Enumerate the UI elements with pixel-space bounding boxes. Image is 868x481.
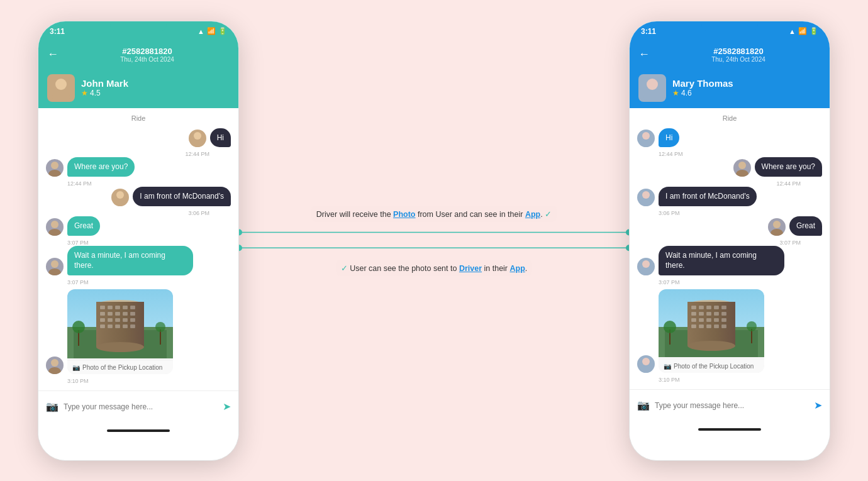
- svg-rect-24: [130, 306, 135, 309]
- wifi-icon: ▲: [198, 28, 204, 35]
- svg-point-8: [51, 221, 58, 228]
- left-send-button[interactable]: ➤: [223, 401, 231, 412]
- right-header-center: #2582881820 Thu, 24th Oct 2024: [656, 47, 821, 63]
- left-driver-avatar-wait: [46, 258, 64, 275]
- left-camera-icon[interactable]: 📷: [46, 401, 58, 412]
- svg-point-54: [738, 162, 746, 169]
- svg-rect-82: [706, 318, 711, 322]
- left-driver-avatar-photo: [46, 357, 64, 374]
- msg-time-photo-right: 3:10 PM: [659, 377, 822, 383]
- svg-rect-39: [130, 324, 135, 328]
- right-battery-icon: 🔋: [810, 27, 818, 35]
- svg-rect-20: [100, 306, 105, 309]
- table-row: Hi: [637, 128, 822, 148]
- svg-rect-87: [706, 324, 711, 328]
- right-user-avatar-great: [768, 218, 786, 236]
- table-row: Where are you?: [637, 157, 822, 177]
- svg-rect-23: [123, 306, 128, 309]
- right-signal-icon: 📶: [798, 27, 807, 35]
- right-left-avatar-photo: [637, 355, 655, 373]
- svg-rect-85: [691, 324, 696, 328]
- right-order-number: #2582881820: [656, 47, 821, 56]
- svg-point-48: [239, 245, 242, 251]
- right-left-avatar-front: [637, 189, 655, 206]
- svg-point-52: [642, 132, 650, 140]
- svg-rect-74: [721, 306, 726, 309]
- svg-rect-34: [130, 318, 135, 322]
- left-user-info: John Mark ★ 4.5: [38, 69, 238, 108]
- right-user-avatar-hi: [189, 130, 206, 147]
- svg-rect-28: [123, 312, 128, 316]
- left-driver-avatar: [46, 159, 64, 177]
- right-send-button[interactable]: ➤: [814, 399, 822, 411]
- msg-time-wait: 3:07 PM: [67, 279, 231, 285]
- svg-rect-35: [100, 324, 105, 328]
- svg-rect-32: [115, 318, 120, 322]
- right-input-area: 📷 ➤: [630, 389, 830, 421]
- svg-rect-31: [108, 318, 113, 322]
- table-row: Where are you?: [46, 157, 231, 177]
- msg-bubble-great-right: Great: [789, 216, 822, 236]
- right-status-time: 3:11: [641, 27, 656, 36]
- msg-time-hi-right: 12:44 PM: [659, 151, 822, 157]
- msg-bubble-wait-right: Wait a minute, I am coming there.: [659, 246, 784, 276]
- msg-time-photo-left: 3:10 PM: [67, 378, 231, 384]
- top-annotation: Driver will receive the Photo from User …: [311, 206, 557, 222]
- svg-point-43: [155, 322, 165, 332]
- svg-rect-77: [706, 312, 711, 316]
- left-chat-area[interactable]: Ride Hi 12:44 PM Where are you? 12:44 PM…: [38, 108, 238, 391]
- svg-point-56: [642, 191, 650, 199]
- msg-bubble-front-right: I am front of McDonand's: [659, 187, 757, 206]
- svg-point-60: [642, 260, 650, 268]
- photo-message-right: 📷 Photo of the Pickup Location: [659, 289, 764, 373]
- svg-rect-30: [100, 318, 105, 322]
- table-row: 📷 Photo of the Pickup Location: [46, 289, 231, 374]
- right-message-input[interactable]: [655, 401, 809, 410]
- left-back-button[interactable]: ←: [47, 48, 58, 61]
- left-chat-label: Ride: [46, 114, 231, 122]
- right-status-icons: ▲ 📶 🔋: [789, 27, 818, 35]
- svg-rect-80: [691, 318, 696, 322]
- svg-point-13: [48, 367, 61, 374]
- svg-point-7: [114, 199, 126, 206]
- right-back-button[interactable]: ←: [638, 48, 650, 61]
- svg-rect-25: [100, 312, 105, 316]
- center-annotations: Driver will receive the Photo from User …: [239, 206, 629, 276]
- right-left-avatar-hi: [637, 130, 655, 147]
- svg-rect-88: [714, 324, 719, 328]
- left-phone: 3:11 ▲ 📶 🔋 ← #2582881820 Thu, 24th Oct 2…: [38, 21, 239, 461]
- right-chat-area[interactable]: Ride Hi 12:44 PM Where are you? 12:44 PM: [630, 108, 830, 390]
- photo-caption-left: 📷 Photo of the Pickup Location: [67, 361, 173, 374]
- left-home-bar: [107, 429, 170, 432]
- svg-rect-71: [699, 306, 704, 309]
- svg-point-3: [191, 140, 204, 147]
- svg-point-1: [52, 91, 70, 102]
- svg-point-59: [771, 229, 783, 236]
- right-avatar: [638, 74, 666, 102]
- svg-point-12: [51, 359, 58, 367]
- right-user-info: Mary Thomas ★ 4.6: [630, 69, 830, 108]
- table-row: Wait a minute, I am coming there.: [637, 246, 822, 276]
- msg-bubble-hi: Hi: [210, 128, 231, 148]
- table-row: I am front of McDonand's: [46, 187, 231, 206]
- svg-point-63: [640, 366, 652, 373]
- svg-rect-76: [699, 312, 704, 316]
- right-wifi-icon: ▲: [789, 28, 796, 35]
- svg-point-58: [773, 221, 781, 228]
- left-avatar: [47, 74, 75, 102]
- svg-point-4: [51, 162, 58, 169]
- right-camera-icon[interactable]: 📷: [637, 399, 650, 411]
- left-message-input[interactable]: [64, 402, 218, 411]
- msg-time-wait-right: 3:07 PM: [659, 279, 822, 285]
- battery-icon: 🔋: [218, 27, 227, 35]
- left-status-time: 3:11: [50, 27, 65, 36]
- msg-time-great-right: 3:07 PM: [637, 240, 801, 246]
- right-user-rating: ★ 4.6: [672, 89, 733, 97]
- svg-rect-73: [714, 306, 719, 309]
- svg-rect-36: [108, 324, 113, 328]
- left-home-indicator: [38, 422, 238, 440]
- svg-rect-81: [699, 318, 704, 322]
- svg-rect-83: [714, 318, 719, 322]
- bottom-annotation-text: ✓ User can see the photo sent to Driver …: [341, 264, 528, 273]
- table-row: 📷 Photo of the Pickup Location: [637, 289, 822, 373]
